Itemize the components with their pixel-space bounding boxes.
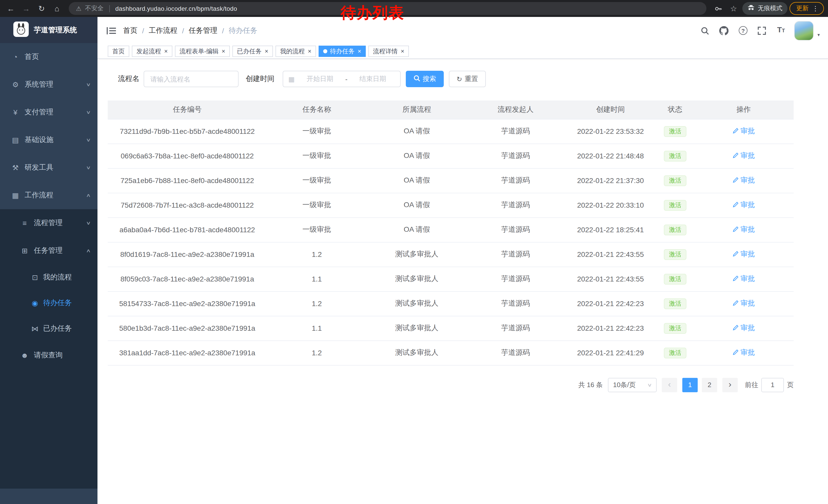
github-icon[interactable] [718, 25, 730, 36]
cell-process-text: OA 请假 [404, 200, 430, 209]
sidebar-item-home[interactable]: ◔首页 [0, 43, 97, 71]
browser-menu-icon[interactable]: ⋮ [812, 5, 819, 12]
chevron-down-icon: ∨ [86, 137, 91, 142]
refresh-icon[interactable]: ↻ [35, 2, 48, 15]
date-range-picker[interactable]: ▦ 开始日期 - 结束日期 [283, 71, 401, 87]
start-date-placeholder[interactable]: 开始日期 [298, 74, 342, 84]
avatar[interactable] [794, 21, 814, 40]
search-button[interactable]: 搜索 [406, 71, 444, 87]
next-page-button[interactable]: › [722, 378, 738, 392]
breadcrumb-separator: / [182, 27, 184, 35]
close-tab-icon[interactable]: × [222, 48, 225, 54]
goto-page-input[interactable] [761, 378, 784, 392]
approve-button[interactable]: 审批 [732, 348, 755, 357]
app-logo[interactable]: 芋道管理系统 [0, 17, 97, 43]
table-header-row: 任务编号任务名称所属流程流程发起人创建时间状态操作 [108, 100, 794, 119]
process-name-input[interactable] [143, 71, 239, 87]
prev-page-button[interactable]: ‹ [662, 378, 677, 392]
sidebar-item-done-tasks[interactable]: ⋈已办任务 [0, 316, 97, 341]
approve-label: 审批 [741, 348, 755, 357]
sidebar-item-workflow[interactable]: ▦工作流程∧ [0, 182, 97, 209]
process-name-label: 流程名 [108, 74, 139, 84]
reset-button[interactable]: ↻ 重置 [449, 71, 486, 87]
approve-button[interactable]: 审批 [732, 324, 755, 333]
cell-process: 测试多审批人 [367, 242, 467, 267]
close-tab-icon[interactable]: × [358, 48, 361, 54]
sidebar-item-system-management[interactable]: ⚙系统管理∨ [0, 71, 97, 98]
page-button-1[interactable]: 1 [682, 378, 698, 392]
approve-button[interactable]: 审批 [732, 274, 755, 283]
avatar-caret-icon[interactable]: ▾ [818, 32, 820, 40]
cell-initiator-text: 芋道源码 [501, 151, 530, 159]
close-tab-icon[interactable]: × [164, 48, 168, 54]
cell-status: 激活 [657, 119, 694, 144]
sidebar-item-label: 研发工具 [25, 163, 53, 172]
create-time-label: 创建时间 [243, 74, 275, 84]
workflow-icon: ▦ [11, 191, 19, 199]
update-button[interactable]: 更新 ⋮ [790, 2, 824, 15]
back-icon[interactable]: ← [4, 2, 17, 15]
approve-button[interactable]: 审批 [732, 176, 755, 185]
cell-id: 381aa1dd-7ac8-11ec-a9e2-a2380e71991a [108, 340, 267, 365]
navbar: 首页/工作流程/任务管理/待办任务 ? TT ▾ [97, 17, 828, 44]
cell-id: 069c6a63-7b8a-11ec-8ef0-acde48001122 [108, 144, 267, 168]
approve-button[interactable]: 审批 [732, 127, 755, 136]
cell-process-text: 测试多审批人 [395, 324, 439, 332]
search-icon[interactable] [700, 25, 711, 36]
edit-icon [732, 176, 739, 185]
tab-todo-tasks[interactable]: 待办任务× [319, 46, 366, 57]
approve-button[interactable]: 审批 [732, 200, 755, 210]
approve-button[interactable]: 审批 [732, 225, 755, 234]
close-tab-icon[interactable]: × [308, 48, 312, 54]
column-header: 操作 [694, 100, 794, 119]
tab-my-process[interactable]: 我的流程× [276, 46, 316, 57]
tab-home[interactable]: 首页 [108, 46, 129, 57]
status-badge: 激活 [664, 298, 687, 309]
sidebar-item-payment-management[interactable]: ¥支付管理∨ [0, 98, 97, 126]
cell-initiator: 芋道源码 [467, 291, 564, 316]
end-date-placeholder[interactable]: 结束日期 [350, 74, 395, 84]
help-icon[interactable]: ? [738, 25, 749, 36]
close-tab-icon[interactable]: × [401, 48, 404, 54]
sidebar-item-leave-query[interactable]: ☻请假查询 [0, 341, 97, 369]
breadcrumb-item[interactable]: 工作流程 [149, 26, 177, 35]
page-button-2[interactable]: 2 [702, 378, 717, 392]
font-size-icon[interactable]: TT [776, 25, 787, 36]
cell-created-text: 2022-01-22 20:33:10 [577, 201, 644, 209]
cell-initiator-text: 芋道源码 [501, 225, 530, 233]
edit-icon [732, 324, 739, 332]
approve-button[interactable]: 审批 [732, 250, 755, 259]
home-icon[interactable]: ⌂ [50, 2, 64, 15]
page-size-select[interactable]: 10条/页 ∨ [608, 378, 657, 392]
forward-icon[interactable]: → [19, 2, 33, 15]
breadcrumb-item[interactable]: 首页 [123, 26, 137, 35]
star-icon[interactable]: ☆ [727, 2, 740, 15]
sidebar-toggle-icon[interactable] [107, 27, 116, 35]
breadcrumb-item[interactable]: 任务管理 [189, 26, 217, 35]
fullscreen-icon[interactable] [756, 25, 768, 36]
table-row: 725a1eb6-7b88-11ec-8ef0-acde48001122一级审批… [108, 168, 794, 193]
sidebar-item-process-management[interactable]: ≡流程管理∨ [0, 209, 97, 237]
sidebar-item-todo-tasks[interactable]: ◉待办任务 [0, 290, 97, 316]
main-area: 首页/工作流程/任务管理/待办任务 ? TT ▾ [97, 17, 828, 504]
approve-button[interactable]: 审批 [732, 299, 755, 308]
close-tab-icon[interactable]: × [265, 48, 268, 54]
tab-process-detail[interactable]: 流程详情× [368, 46, 409, 57]
sidebar-item-dev-tools[interactable]: ⚒研发工具∨ [0, 154, 97, 182]
breadcrumb-item: 待办任务 [229, 26, 257, 35]
tab-initiate-process[interactable]: 发起流程× [132, 46, 172, 57]
approve-button[interactable]: 审批 [732, 151, 755, 161]
sidebar-item-infrastructure[interactable]: ▤基础设施∨ [0, 126, 97, 154]
tab-done-tasks[interactable]: 已办任务× [233, 46, 273, 57]
approve-label: 审批 [741, 274, 755, 283]
cell-created-text: 2022-01-22 18:25:41 [577, 226, 644, 234]
cell-created: 2022-01-21 22:41:29 [564, 340, 657, 365]
key-icon[interactable] [711, 2, 725, 15]
tab-process-form-edit[interactable]: 流程表单-编辑× [175, 46, 230, 57]
sidebar-item-label: 待办任务 [43, 299, 72, 308]
cell-name-text: 一级审批 [302, 127, 331, 135]
sidebar-item-task-management[interactable]: ⊞任务管理∧ [0, 237, 97, 265]
chevron-up-icon: ∧ [86, 248, 91, 253]
question-mark: ? [739, 26, 747, 35]
sidebar-item-my-process[interactable]: ⊡我的流程 [0, 265, 97, 290]
